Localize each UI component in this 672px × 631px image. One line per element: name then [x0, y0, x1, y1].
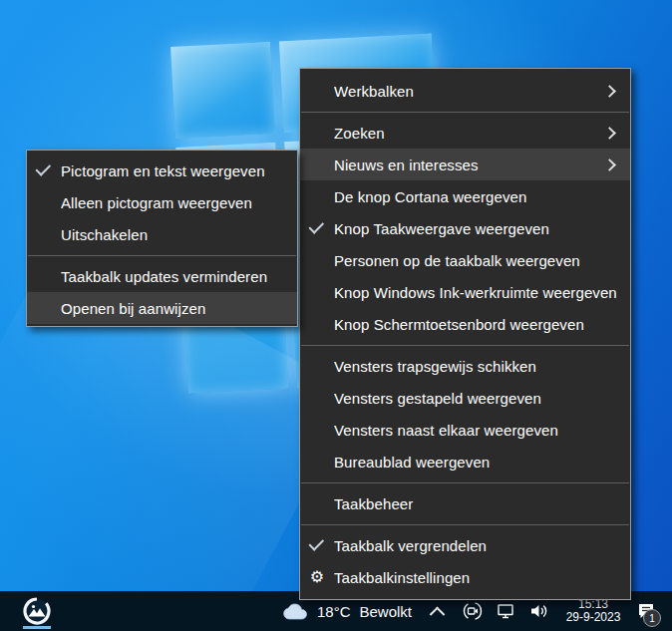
menu-item-vensters-trapsgewijs-schikken[interactable]: Vensters trapsgewijs schikken — [300, 350, 630, 382]
chevron-right-icon — [603, 85, 616, 98]
menu-item-label: Zoeken — [334, 125, 597, 142]
menu-item-label: Bureaublad weergeven — [334, 454, 630, 471]
show-hidden-icons-button[interactable] — [432, 606, 443, 617]
notification-badge: 1 — [643, 609, 661, 627]
photo-viewer-icon — [23, 597, 51, 625]
menu-item-label: Taakbeheer — [334, 495, 630, 512]
menu-separator — [300, 519, 630, 529]
chevron-right-icon — [603, 127, 616, 140]
network-button[interactable] — [496, 601, 515, 621]
menu-item-taakbeheer[interactable]: Taakbeheer — [300, 487, 630, 519]
weather-widget[interactable]: 18°C Bewolkt — [282, 602, 412, 620]
menu-item-alleen-pictogram-weergeven[interactable]: Alleen pictogram weergeven — [27, 186, 297, 218]
menu-item-uitschakelen[interactable]: Uitschakelen — [27, 218, 297, 250]
desktop: 18°C Bewolkt — [0, 0, 672, 631]
menu-item-label: Vensters naast elkaar weergeven — [334, 422, 630, 439]
menu-item-de-knop-cortana-weergeven[interactable]: De knop Cortana weergeven — [300, 180, 630, 212]
network-icon — [496, 601, 515, 621]
cloud-icon — [282, 602, 308, 620]
weather-temperature: 18°C — [317, 603, 351, 620]
menu-separator — [27, 250, 297, 260]
menu-item-taakbalkinstellingen[interactable]: ⚙Taakbalkinstellingen — [300, 561, 630, 593]
menu-item-pictogram-en-tekst-weergeven[interactable]: Pictogram en tekst weergeven — [27, 155, 297, 186]
active-app-indicator — [23, 626, 51, 629]
menu-item-werkbalken[interactable]: Werkbalken — [300, 75, 630, 107]
menu-item-label: Vensters trapsgewijs schikken — [334, 358, 630, 375]
taskbar-app-button[interactable] — [12, 591, 62, 631]
menu-item-personen-op-de-taakbalk-weergeven[interactable]: Personen op de taakbalk weergeven — [300, 244, 630, 276]
action-center-button[interactable]: 1 — [626, 591, 666, 631]
menu-item-knop-taakweergave-weergeven[interactable]: Knop Taakweergave weergeven — [300, 212, 630, 244]
checkmark-icon — [300, 541, 334, 549]
taskbar-context-menu: WerkbalkenZoekenNieuws en interessesDe k… — [299, 68, 631, 600]
menu-item-zoeken[interactable]: Zoeken — [300, 117, 630, 149]
weather-condition: Bewolkt — [359, 603, 412, 620]
meet-now-icon — [463, 601, 483, 621]
clock-date: 29-9-2023 — [560, 611, 626, 624]
taskbar-clock[interactable]: 15:13 29-9-2023 — [560, 598, 626, 624]
windows-logo-pane — [170, 42, 275, 139]
menu-separator — [300, 340, 630, 350]
volume-button[interactable] — [528, 601, 550, 621]
chevron-up-icon — [430, 606, 446, 622]
menu-item-label: De knop Cortana weergeven — [334, 188, 630, 205]
volume-icon — [528, 601, 550, 621]
menu-item-label: Personen op de taakbalk weergeven — [334, 252, 630, 269]
menu-item-label: Nieuws en interesses — [334, 157, 597, 173]
menu-item-vensters-gestapeld-weergeven[interactable]: Vensters gestapeld weergeven — [300, 382, 630, 414]
menu-item-label: Openen bij aanwijzen — [61, 300, 297, 317]
menu-item-label: Knop Taakweergave weergeven — [334, 220, 630, 237]
menu-item-label: Taakbalk vergrendelen — [334, 537, 630, 554]
menu-item-knop-windows-ink-werkruimte-weergeven[interactable]: Knop Windows Ink-werkruimte weergeven — [300, 276, 630, 308]
menu-separator — [300, 477, 630, 487]
menu-item-label: Werkbalken — [334, 83, 597, 100]
menu-item-taakbalk-updates-verminderen[interactable]: Taakbalk updates verminderen — [27, 260, 297, 292]
news-and-interests-submenu: Pictogram en tekst weergevenAlleen picto… — [26, 150, 298, 327]
menu-item-label: Knop Windows Ink-werkruimte weergeven — [334, 284, 630, 301]
menu-item-label: Taakbalkinstellingen — [334, 569, 630, 586]
menu-item-label: Vensters gestapeld weergeven — [334, 390, 630, 407]
menu-item-taakbalk-vergrendelen[interactable]: Taakbalk vergrendelen — [300, 529, 630, 561]
menu-item-nieuws-en-interesses[interactable]: Nieuws en interesses — [300, 149, 630, 180]
gear-icon: ⚙ — [300, 569, 334, 585]
menu-item-label: Alleen pictogram weergeven — [61, 194, 297, 211]
menu-separator — [300, 107, 630, 117]
meet-now-button[interactable] — [463, 601, 483, 621]
menu-item-bureaublad-weergeven[interactable]: Bureaublad weergeven — [300, 446, 630, 477]
menu-item-label: Knop Schermtoetsenbord weergeven — [334, 316, 630, 333]
menu-item-label: Pictogram en tekst weergeven — [61, 162, 297, 179]
menu-item-knop-schermtoetsenbord-weergeven[interactable]: Knop Schermtoetsenbord weergeven — [300, 308, 630, 340]
chevron-right-icon — [603, 158, 616, 171]
menu-item-vensters-naast-elkaar-weergeven[interactable]: Vensters naast elkaar weergeven — [300, 414, 630, 446]
checkmark-icon — [27, 166, 61, 174]
menu-item-label: Taakbalk updates verminderen — [61, 268, 297, 285]
menu-item-openen-bij-aanwijzen[interactable]: Openen bij aanwijzen — [27, 292, 297, 324]
checkmark-icon — [300, 224, 334, 232]
menu-item-label: Uitschakelen — [61, 226, 297, 243]
